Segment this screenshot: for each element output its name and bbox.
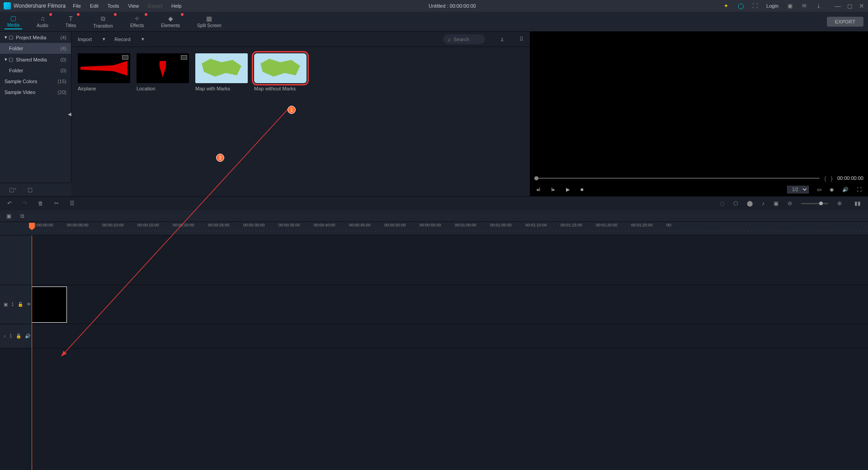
sidebar-item-sample-video[interactable]: Sample Video (20) [0, 87, 71, 98]
cut-icon[interactable]: ✂ [54, 200, 59, 207]
new-folder-icon[interactable]: ▢⁺ [9, 187, 17, 193]
audio-mixer-icon[interactable]: ♪ [762, 200, 764, 207]
notification-dot-icon [145, 13, 147, 16]
display-icon[interactable]: ▭ [817, 187, 821, 193]
playhead[interactable] [32, 235, 32, 470]
import-dropdown[interactable]: Import▾ [78, 36, 105, 42]
collapse-sidebar-icon[interactable]: ◀ [68, 112, 71, 117]
mute-icon[interactable]: 🔊 [25, 334, 30, 338]
maximize-icon[interactable]: ◻ [847, 2, 853, 9]
media-item-map-nomarks[interactable]: Map without Marks [254, 53, 307, 91]
voiceover-icon[interactable]: ⬤ [747, 200, 753, 207]
delete-icon[interactable]: 🗑 [38, 200, 43, 207]
media-item-location[interactable]: Location [137, 53, 189, 91]
thumbnail-image [254, 53, 307, 83]
record-dropdown[interactable]: Record▾ [114, 36, 144, 42]
timeline-link-icon[interactable]: ⧉ [20, 213, 24, 219]
marker-icon[interactable]: ⬡ [733, 200, 738, 207]
record-label: Record [114, 37, 130, 42]
crop-icon[interactable]: ▣ [774, 200, 778, 207]
sidebar-label: Project Media [16, 35, 46, 40]
tab-audio[interactable]: ♫ Audio [34, 14, 51, 29]
export-button[interactable]: EXPORT [827, 17, 863, 27]
ruler-mark: 00:00:15:00 [137, 223, 159, 227]
track-header[interactable]: ♪1 🔓 🔊 [0, 324, 32, 348]
fullscreen-icon[interactable]: ⛶ [857, 187, 862, 192]
sidebar-item-shared-media[interactable]: ▾ ▢ Shared Media (0) [0, 54, 71, 65]
sidebar-item-sample-colors[interactable]: Sample Colors (15) [0, 76, 71, 87]
folder-icon[interactable]: ▢ [28, 187, 33, 193]
tab-media[interactable]: ▢ Media [5, 14, 22, 29]
sidebar-label: Sample Video [5, 89, 35, 95]
ruler-mark: 00:01:15:00 [561, 223, 582, 227]
tab-titles[interactable]: T Titles [63, 14, 79, 29]
tab-split-label: Split Screen [197, 23, 222, 28]
close-icon[interactable]: ✕ [859, 2, 864, 9]
track-header [0, 235, 32, 285]
search-input[interactable] [453, 37, 481, 42]
sidebar-item-folder[interactable]: Folder (4) [0, 43, 71, 54]
tab-split-screen[interactable]: ▦ Split Screen [194, 14, 224, 29]
menu-export[interactable]: Export [148, 3, 162, 9]
thumbnail-label: Location [137, 86, 189, 91]
sidebar-item-folder2[interactable]: Folder (0) [0, 65, 71, 76]
track-header[interactable]: ▣1 🔓 👁 [0, 285, 32, 324]
track-body[interactable] [32, 285, 868, 324]
lock-icon[interactable]: 🔓 [16, 334, 21, 338]
preview-canvas[interactable] [530, 32, 868, 174]
clip-drop-target[interactable] [32, 287, 67, 323]
menu-edit[interactable]: Edit [90, 3, 99, 9]
playback-controls: ◂Ⅰ Ⅰ▸ ▶ ■ 1/2 ▭ ◉ 🔊 ⛶ [530, 183, 868, 196]
menu-help[interactable]: Help [171, 3, 182, 9]
grid-view-icon[interactable]: ⠿ [519, 36, 524, 42]
minimize-icon[interactable]: — [835, 2, 841, 9]
track-body[interactable] [32, 324, 868, 348]
play-icon[interactable]: ▶ [566, 187, 570, 193]
zoom-in-icon[interactable]: ⊕ [837, 200, 842, 207]
volume-icon[interactable]: 🔊 [842, 187, 849, 193]
filter-icon[interactable]: ⫫ [500, 36, 505, 42]
scrub-slider[interactable] [534, 178, 820, 179]
menu-tools[interactable]: Tools [108, 3, 119, 9]
search-field[interactable]: ⌕ [443, 34, 485, 44]
app-name: Wondershare Filmora [14, 3, 66, 9]
gift-icon[interactable]: ⛶ [752, 3, 758, 9]
menu-file[interactable]: File [73, 3, 81, 9]
mark-in-icon[interactable]: { [824, 175, 826, 182]
zoom-out-icon[interactable]: ⊖ [788, 200, 792, 207]
snapshot-icon[interactable]: ◉ [830, 187, 834, 193]
ruler-mark: 00:01:05:00 [490, 223, 512, 227]
next-frame-icon[interactable]: Ⅰ▸ [551, 187, 555, 193]
lightbulb-icon[interactable]: ✦ [723, 3, 729, 9]
menu-view[interactable]: View [128, 3, 139, 9]
zoom-fit-icon[interactable]: ▮▮ [854, 200, 861, 207]
ribbon: ▢ Media ♫ Audio T Titles ⧉ Transition ✧ … [0, 12, 868, 32]
redo-icon[interactable]: ↷ [23, 200, 27, 207]
sidebar-count: (0) [61, 57, 66, 62]
timeline-match-icon[interactable]: ▣ [6, 213, 11, 219]
adjust-icon[interactable]: ☰ [70, 200, 75, 207]
mail-icon[interactable]: ✉ [801, 3, 807, 9]
search-icon: ⌕ [448, 36, 451, 42]
tab-elements[interactable]: ◆ Elements [158, 14, 183, 29]
tab-transition[interactable]: ⧉ Transition [90, 14, 116, 29]
lock-icon[interactable]: 🔓 [18, 302, 23, 307]
headphones-icon[interactable]: ◯ [737, 3, 744, 9]
stop-icon[interactable]: ■ [580, 187, 584, 192]
save-icon[interactable]: ▣ [787, 3, 793, 9]
visibility-icon[interactable]: 👁 [27, 302, 31, 307]
media-item-map-marks[interactable]: Map with Marks [195, 53, 248, 91]
preview-quality-select[interactable]: 1/2 [787, 186, 809, 193]
login-link[interactable]: Login [766, 3, 778, 9]
mark-out-icon[interactable]: } [831, 175, 833, 182]
sidebar-item-project-media[interactable]: ▾ ▢ Project Media (4) [0, 32, 71, 43]
track-body[interactable] [32, 235, 868, 285]
download-icon[interactable]: ⭳ [816, 3, 822, 9]
timeline-ruler[interactable]: 00:00:00:0000:00:05:0000:00:10:0000:00:1… [0, 222, 868, 235]
zoom-slider[interactable] [801, 203, 828, 204]
undo-icon[interactable]: ↶ [7, 200, 12, 207]
media-item-airplane[interactable]: Airplane [78, 53, 130, 91]
tab-effects[interactable]: ✧ Effects [127, 14, 146, 29]
prev-frame-icon[interactable]: ◂Ⅰ [536, 187, 540, 193]
render-icon[interactable]: ◌ [720, 200, 724, 207]
